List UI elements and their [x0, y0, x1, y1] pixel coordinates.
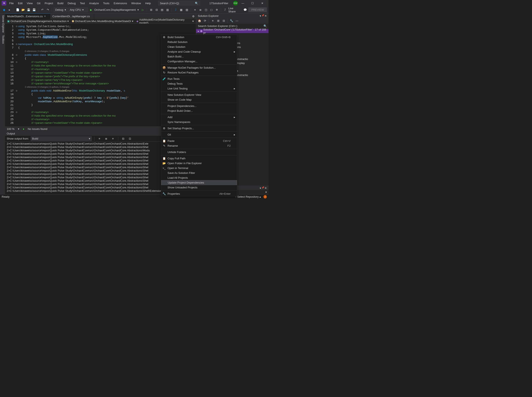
tb-icon[interactable]: ≡: [97, 136, 102, 141]
ctx-save-as-solution-filter[interactable]: Save As Solution Filter: [161, 171, 237, 175]
start-button[interactable]: ▶: [89, 7, 93, 12]
close-icon[interactable]: ✕: [264, 14, 267, 18]
tb-icon[interactable]: ≡: [110, 136, 116, 141]
tb-icon[interactable]: ⊟: [221, 18, 226, 23]
minimize-button[interactable]: —: [238, 0, 247, 6]
ctx-manage-nuget-packages-for-solution-[interactable]: 📦Manage NuGet Packages for Solution...: [161, 65, 237, 70]
close-icon[interactable]: ✕: [264, 186, 267, 190]
menu-edit[interactable]: Edit: [16, 1, 25, 6]
tb-icon[interactable]: ≣: [198, 7, 203, 12]
ctx-rebuild-solution[interactable]: Rebuild Solution: [161, 40, 237, 44]
ctx-live-unit-testing[interactable]: Live Unit Testing▶: [161, 86, 237, 91]
ctx-properties[interactable]: 🔧PropertiesAlt+Enter: [161, 191, 237, 196]
ctx-add[interactable]: Add▶: [161, 115, 237, 120]
feedback-icon[interactable]: 💬: [243, 7, 247, 12]
tb-icon[interactable]: ◻: [209, 7, 214, 12]
open-file-icon[interactable]: 📂: [21, 7, 25, 12]
ctx-paste[interactable]: 📋PasteCtrl+V: [161, 138, 237, 143]
tb-icon[interactable]: ⊟: [154, 7, 159, 12]
output-from-dropdown[interactable]: Build▾: [31, 136, 92, 141]
ctx-project-build-order-[interactable]: Project Build Order...: [161, 108, 237, 113]
tb-icon[interactable]: ⟳: [202, 18, 208, 23]
ctx-show-on-code-map[interactable]: Show on Code Map: [161, 97, 237, 102]
tb-icon[interactable]: ◫: [204, 7, 208, 12]
ctx-batch-build-[interactable]: Batch Build...: [161, 54, 237, 59]
menu-help[interactable]: Help: [143, 1, 153, 6]
breadcrumb-item[interactable]: ⬢OrchardCore.Mvc.ModelBinding.ModelState…: [71, 19, 135, 23]
back-button[interactable]: ◉: [2, 7, 6, 12]
zoom-level[interactable]: 100 %: [7, 127, 14, 130]
liveshare-icon[interactable]: ⤴: [223, 7, 227, 12]
redo-icon[interactable]: ↷: [45, 7, 50, 12]
tb-icon[interactable]: ⊟: [121, 136, 126, 141]
menu-project[interactable]: Project: [43, 1, 55, 6]
home-icon[interactable]: 🏠: [197, 18, 202, 23]
menu-window[interactable]: Window: [129, 1, 143, 6]
ctx-open-folder-in-file-explorer[interactable]: 📂Open Folder in File Explorer: [161, 161, 237, 166]
ctx-unhide-folders[interactable]: Unhide Folders: [161, 150, 237, 155]
solution-root[interactable]: ▸⬢Solution 'OrchardCore' ('17SolutionFil…: [196, 29, 269, 33]
menu-analyze[interactable]: Analyze: [87, 1, 101, 6]
tb-icon[interactable]: ≡: [193, 7, 197, 12]
tb-icon[interactable]: 🔧: [229, 18, 234, 23]
editor-tab[interactable]: ContentItemDi...layManager.cs: [50, 13, 94, 19]
ctx-set-startup-projects-[interactable]: ⚙Set Startup Projects...: [161, 126, 237, 131]
ctx-run-tests[interactable]: 🧪Run Tests: [161, 76, 237, 81]
menu-extensions[interactable]: Extensions: [111, 1, 129, 6]
dropdown-icon[interactable]: ▾: [260, 186, 261, 190]
repo-selector[interactable]: ↑ Select Repository ▴: [235, 195, 261, 198]
issues-status[interactable]: No issues found: [28, 127, 47, 130]
tb-icon[interactable]: ≡: [210, 18, 215, 23]
ctx-configuration-manager-[interactable]: Configuration Manager...: [161, 59, 237, 64]
menu-debug[interactable]: Debug: [65, 1, 78, 6]
new-project-icon[interactable]: 📄: [15, 7, 20, 12]
tb-icon[interactable]: ▦: [179, 7, 183, 12]
ctx-show-unloaded-projects[interactable]: Show Unloaded Projects: [161, 185, 237, 190]
liveshare-label[interactable]: Live Share: [228, 7, 240, 13]
ctx-restore-nuget-packages[interactable]: ↻Restore NuGet Packages: [161, 70, 237, 75]
search-input[interactable]: Search (Ctrl+Q) 🔍: [158, 1, 200, 6]
preview-button[interactable]: PREVIEW: [248, 7, 267, 12]
ctx-build-solution[interactable]: ⚙Build SolutionCtrl+Shift+B: [161, 35, 237, 40]
save-all-icon[interactable]: 💾: [32, 7, 37, 12]
avatar[interactable]: KW: [233, 1, 238, 6]
notification-badge[interactable]: 2: [263, 195, 267, 198]
ctx-new-solution-explorer-view[interactable]: New Solution Explorer View: [161, 93, 237, 97]
gear-icon[interactable]: ⚙: [192, 15, 195, 18]
tb-icon[interactable]: ⊞: [149, 7, 153, 12]
start-target[interactable]: OrchardCore.DisplayManagement: [94, 8, 136, 11]
close-icon[interactable]: ✕: [44, 15, 46, 18]
pin-icon[interactable]: 📌: [262, 14, 264, 18]
start-no-debug-button[interactable]: ▷: [141, 7, 145, 12]
tb-icon[interactable]: ⤴: [173, 7, 178, 12]
ctx-git[interactable]: Git▶: [161, 132, 237, 137]
dropdown-icon[interactable]: ▾: [265, 191, 267, 194]
ctx-update-project-dependencies[interactable]: Update Project Dependencies: [161, 180, 237, 185]
breadcrumb-item[interactable]: ▣OrchardCore.DisplayManagement.Abstracti…: [6, 19, 70, 23]
menu-test[interactable]: Test: [78, 1, 87, 6]
undo-icon[interactable]: ↶: [40, 7, 45, 12]
menu-file[interactable]: File: [7, 1, 16, 6]
editor-tab[interactable]: ModelStateDi...Extensions.cs ✕: [5, 13, 50, 19]
toolbox-tab[interactable]: Toolbox: [0, 35, 5, 44]
ctx-copy-full-path[interactable]: 📋Copy Full Path: [161, 156, 237, 161]
tb-icon[interactable]: ▧: [184, 7, 189, 12]
ctx-debug-tests[interactable]: Debug Tests: [161, 81, 237, 86]
tb-icon[interactable]: —: [234, 18, 239, 23]
ctx-clean-solution[interactable]: Clean Solution: [161, 44, 237, 49]
close-button[interactable]: ✕: [257, 0, 267, 6]
menu-build[interactable]: Build: [55, 1, 65, 6]
tb-icon[interactable]: ▥: [165, 7, 170, 12]
ctx-rename[interactable]: ✎RenameF2: [161, 143, 237, 148]
ctx-sync-namespaces[interactable]: Sync Namespaces: [161, 120, 237, 124]
menu-tools[interactable]: Tools: [101, 1, 111, 6]
pin-icon[interactable]: 📌: [262, 186, 264, 190]
tb-icon[interactable]: ⊞: [216, 18, 221, 23]
ctx-open-in-terminal[interactable]: >_Open in Terminal: [161, 166, 237, 171]
dropdown-icon[interactable]: ▾: [260, 14, 261, 18]
tb-icon[interactable]: ▤: [160, 7, 164, 12]
tb-icon[interactable]: ⊡: [128, 136, 133, 141]
server-explorer-tab[interactable]: Server Explorer: [0, 15, 5, 33]
config-dropdown[interactable]: Debug▾: [54, 8, 67, 12]
tb-icon[interactable]: ※: [215, 7, 219, 12]
